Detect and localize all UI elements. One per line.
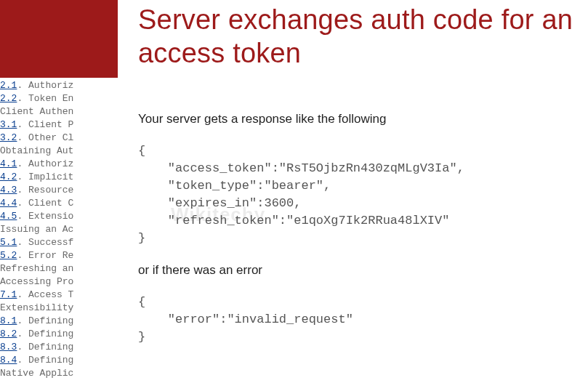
toc-link[interactable]: 3.2 xyxy=(0,132,17,143)
sidebar-red-block xyxy=(0,0,118,78)
toc-row: 8.2. Defining xyxy=(0,328,121,341)
toc-row: 8.4. Defining xyxy=(0,354,121,367)
toc-row: 4.1. Authoriz xyxy=(0,158,121,171)
toc-label: Defining xyxy=(28,315,73,326)
toc-label: Extensio xyxy=(28,211,73,222)
intro-text: Your server gets a response like the fol… xyxy=(138,112,588,126)
toc-label: Access T xyxy=(28,289,73,300)
toc-separator: . xyxy=(17,355,28,366)
toc-row: 4.3. Resource xyxy=(0,184,121,197)
response-error-code: { "error":"invalid_request" } xyxy=(138,294,588,346)
toc-label: Native Applic xyxy=(0,368,73,379)
toc-link[interactable]: 3.1 xyxy=(0,119,17,130)
page-title: Server exchanges auth code for an access… xyxy=(138,3,588,70)
toc-row: 3.2. Other Cl xyxy=(0,132,121,145)
toc-row: Obtaining Aut xyxy=(0,145,121,158)
toc-row: 4.5. Extensio xyxy=(0,210,121,223)
toc-label: Obtaining Aut xyxy=(0,145,73,156)
toc-link[interactable]: 8.1 xyxy=(0,315,17,326)
toc-row: 8.1. Defining xyxy=(0,315,121,328)
toc-separator: . xyxy=(17,198,28,209)
toc-label: Other Cl xyxy=(28,132,73,143)
toc-link[interactable]: 4.4 xyxy=(0,198,17,209)
toc-row: Refreshing an xyxy=(0,262,121,275)
toc-row: Issuing an Ac xyxy=(0,223,121,236)
toc-separator: . xyxy=(17,315,28,326)
sidebar: 2.1. Authoriz2.2. Token En Client Authen… xyxy=(0,0,121,391)
toc-row: 4.2. Implicit xyxy=(0,171,121,184)
toc-label: Defining xyxy=(28,328,73,339)
toc-label: Accessing Pro xyxy=(0,276,73,287)
toc-link[interactable]: 2.2 xyxy=(0,93,17,104)
toc-label: Extensibility xyxy=(0,302,73,313)
toc-separator: . xyxy=(17,211,28,222)
toc-separator: . xyxy=(17,80,28,91)
mid-text: or if there was an error xyxy=(138,263,588,278)
toc-link[interactable]: 2.1 xyxy=(0,80,17,91)
toc-row: Extensibility xyxy=(0,302,121,315)
toc-row: 2.1. Authoriz xyxy=(0,79,121,92)
toc-separator: . xyxy=(17,342,28,352)
toc-label: Token En xyxy=(28,93,73,104)
toc-separator: . xyxy=(17,237,28,248)
toc-label: Implicit xyxy=(28,172,73,182)
toc-separator: . xyxy=(17,119,28,130)
response-success-code: { "access_token":"RsT5OjbzRn430zqMLgV3Ia… xyxy=(138,142,588,247)
toc-row: 5.1. Successf xyxy=(0,236,121,249)
toc-label: Resource xyxy=(28,185,73,196)
toc-label: Defining xyxy=(28,342,73,352)
toc-row: 4.4. Client C xyxy=(0,197,121,210)
toc-row: 8.3. Defining xyxy=(0,341,121,354)
toc-row: 3.1. Client P xyxy=(0,118,121,132)
toc-label: Refreshing an xyxy=(0,263,73,274)
toc-separator: . xyxy=(17,250,28,261)
toc-link[interactable]: 8.3 xyxy=(0,342,17,352)
toc-label: Issuing an Ac xyxy=(0,224,73,235)
toc-separator: . xyxy=(17,172,28,182)
toc-link[interactable]: 4.2 xyxy=(0,172,17,182)
toc-separator: . xyxy=(17,289,28,300)
toc-label: Successf xyxy=(28,237,73,248)
toc-label: Client P xyxy=(28,119,73,130)
toc-separator: . xyxy=(17,132,28,143)
toc-separator: . xyxy=(17,185,28,196)
toc-row: Client Authen xyxy=(0,105,121,118)
toc-link[interactable]: 4.3 xyxy=(0,185,17,196)
toc-row: 7.1. Access T xyxy=(0,289,121,302)
toc-link[interactable]: 5.2 xyxy=(0,250,17,261)
main-content: Server exchanges auth code for an access… xyxy=(138,0,588,391)
toc-link[interactable]: 4.5 xyxy=(0,211,17,222)
toc-row: 5.2. Error Re xyxy=(0,249,121,262)
toc-link[interactable]: 8.4 xyxy=(0,355,17,366)
toc-label: Error Re xyxy=(28,250,73,261)
toc-label: Client Authen xyxy=(0,106,73,117)
toc-link[interactable]: 8.2 xyxy=(0,328,17,339)
toc-list: 2.1. Authoriz2.2. Token En Client Authen… xyxy=(0,79,121,380)
toc-label: Client C xyxy=(28,198,73,209)
toc-row: 2.2. Token En xyxy=(0,92,121,105)
toc-link[interactable]: 7.1 xyxy=(0,289,17,300)
toc-label: Authoriz xyxy=(28,80,73,91)
toc-separator: . xyxy=(17,328,28,339)
toc-label: Defining xyxy=(28,355,73,366)
toc-separator: . xyxy=(17,93,28,104)
toc-row: Native Applic xyxy=(0,367,121,380)
toc-separator: . xyxy=(17,158,28,169)
toc-label: Authoriz xyxy=(28,158,73,169)
toc-link[interactable]: 5.1 xyxy=(0,237,17,248)
toc-row: Accessing Pro xyxy=(0,275,121,289)
toc-link[interactable]: 4.1 xyxy=(0,158,17,169)
